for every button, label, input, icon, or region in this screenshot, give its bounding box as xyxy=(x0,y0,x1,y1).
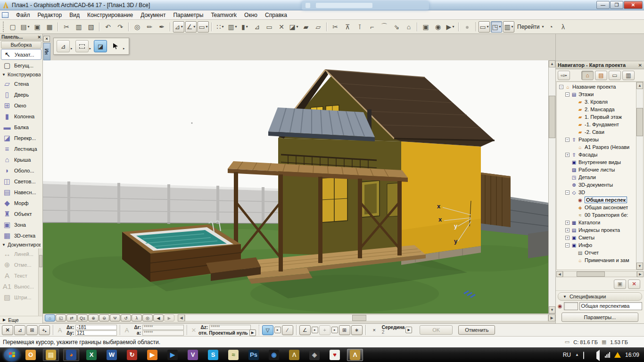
layout-book-icon[interactable]: ▭ xyxy=(609,71,621,80)
toolbox-tool[interactable]: ▤ Навесн... xyxy=(0,187,42,197)
tracker-icon[interactable]: ⊿ xyxy=(14,325,25,335)
angle-snap-icon[interactable]: ∠ xyxy=(299,325,311,335)
menu-item[interactable]: Конструирование xyxy=(83,11,137,19)
taskbar-app[interactable]: Λ xyxy=(347,349,363,361)
info-tab-close-icon[interactable]: ✕ xyxy=(43,36,50,42)
toolbar-button[interactable]: ▣ ▾ xyxy=(420,21,431,33)
toolbar-button[interactable]: ◉ ▾ xyxy=(432,21,444,33)
delete-viewpoint-icon[interactable]: ✕ xyxy=(628,280,640,289)
toolbar-button[interactable]: ▭ ▾ xyxy=(479,21,490,33)
taskbar-app[interactable]: ≈ xyxy=(225,349,241,361)
toolbar-button[interactable]: ∷ ▾ xyxy=(215,21,226,33)
clock[interactable]: 16:09 xyxy=(625,352,639,358)
construction-flyout-icon[interactable]: ▸ xyxy=(331,327,338,333)
toolbar-button[interactable]: ▥ ▾ xyxy=(503,21,514,33)
viewbar-button[interactable]: ⊖ xyxy=(99,314,109,321)
toolbar-drag-handle[interactable] xyxy=(3,22,5,32)
toolbar-button[interactable]: ▾ xyxy=(128,22,129,32)
toolbox-design-section[interactable]: ▼Конструирование xyxy=(0,71,42,78)
taskbar-app[interactable]: X xyxy=(83,349,99,361)
marquee-arrow-tool-icon[interactable]: ⊿ xyxy=(57,40,70,52)
taskbar-app[interactable]: ▶ xyxy=(165,349,181,361)
toolbar-button[interactable]: ▾ xyxy=(475,22,476,32)
viewbar-button[interactable]: ⇄ xyxy=(66,314,77,321)
dr-input[interactable]: ***** xyxy=(142,325,184,330)
ok-button[interactable]: OK xyxy=(420,325,453,335)
menu-item[interactable]: Документ xyxy=(137,11,169,19)
close-tracker-icon[interactable]: ✕ xyxy=(2,325,13,335)
3d-scene[interactable]: x x y y xyxy=(43,60,548,313)
toolbar-button[interactable]: ▭ ▾ xyxy=(264,21,275,33)
toolbar-button[interactable]: ⊿ ▾ xyxy=(173,21,184,33)
navigator-tree-item[interactable]: ◈ Общая аксономет xyxy=(558,204,636,211)
viewport-3d[interactable]: x x y y ▲▼ xyxy=(43,60,555,313)
project-chooser-icon[interactable]: ⇨▸ xyxy=(558,71,570,80)
viewbar-button[interactable]: λ xyxy=(132,314,142,321)
toolbar-button[interactable]: ▣ ▾ xyxy=(32,21,43,33)
dy-input[interactable]: 121 xyxy=(75,330,117,336)
toolbox-tool[interactable]: ▯ Дверь xyxy=(0,89,42,100)
relative-construction-icon[interactable]: + xyxy=(319,325,330,335)
taskbar-app[interactable]: S xyxy=(205,349,221,361)
toolbar-button[interactable]: ✒ ▾ xyxy=(156,21,167,33)
toolbar-button[interactable]: ▰ ▾ xyxy=(300,21,312,33)
menu-item[interactable]: Вид xyxy=(66,11,83,19)
language-indicator[interactable]: RU xyxy=(563,352,571,358)
taskbar-app[interactable]: ◕ xyxy=(63,349,79,361)
tree-expander-icon[interactable]: + xyxy=(565,221,570,225)
toolbar-button[interactable]: Перейти ▾ xyxy=(515,21,545,33)
toolbar-button[interactable]: ⊺ ▾ xyxy=(354,21,365,33)
tree-expander-icon[interactable]: − xyxy=(565,138,570,142)
toolbar-button[interactable]: ▢ ▾ xyxy=(7,21,18,33)
toolbox-tool[interactable]: ◗ Оболо... xyxy=(0,165,42,176)
navigator-tree-item[interactable]: ◳ Детали xyxy=(558,173,636,181)
view-id-field[interactable] xyxy=(564,302,578,310)
toolbar-button[interactable]: ▥ ▾ xyxy=(73,21,84,33)
toolbox-tool[interactable]: ↖ Указат... xyxy=(1,49,41,60)
toolbar-button[interactable]: ▶ ▾ xyxy=(445,21,456,33)
toolbox-tool[interactable]: ▬ Балка xyxy=(0,122,42,132)
navigator-tree-item[interactable]: ▰ 1. Первый этаж xyxy=(558,113,636,121)
toolbar-button[interactable]: ◎ ▾ xyxy=(132,21,143,33)
tree-horizontal-scrollbar[interactable]: ◀▶ xyxy=(556,271,644,277)
navigator-close-icon[interactable]: ✕ xyxy=(638,63,642,68)
toolbar-button[interactable]: ▦ ▾ xyxy=(44,21,55,33)
project-map-icon[interactable]: ⌂ xyxy=(581,71,594,80)
viewport-horizontal-scrollbar[interactable]: ◀▶ xyxy=(178,314,555,321)
toolbar-button[interactable]: ▤ ▾ xyxy=(19,21,31,33)
toolbar-button[interactable]: ✂ ▾ xyxy=(61,21,72,33)
tree-expander-icon[interactable]: + xyxy=(565,153,570,157)
toolbox-more[interactable]: ▶Еще xyxy=(0,316,42,323)
navigator-tree-item[interactable]: + ▤ Индексы проекта xyxy=(558,226,636,234)
toolbar-button[interactable]: ▾ xyxy=(326,22,327,32)
new-viewpoint-icon[interactable]: ▣ xyxy=(614,280,626,289)
viewbar-button[interactable]: ⌂ xyxy=(45,314,55,321)
tray-expand-icon[interactable]: ▲ xyxy=(575,353,579,357)
viewbar-button[interactable]: ◎ xyxy=(142,314,153,321)
view-map-icon[interactable]: ▤ xyxy=(595,71,607,80)
add-coordinate-icon[interactable]: +▸ xyxy=(39,325,50,335)
toolbar-button[interactable]: ▧ ▾ xyxy=(85,21,97,33)
toolbar-button[interactable]: ⌐ ▾ xyxy=(366,21,378,33)
navigator-tree-item[interactable]: + ⇧ Фасады xyxy=(558,151,636,158)
toolbar-button[interactable]: ⊼ ▾ xyxy=(342,21,353,33)
taskbar-app[interactable]: O xyxy=(23,349,39,361)
toolbox-tool[interactable]: ▮ Колонна xyxy=(0,111,42,122)
guide-lines-icon[interactable]: ∕ xyxy=(282,325,293,335)
toolbar-button[interactable]: ✏ ▾ xyxy=(144,21,155,33)
navigator-tree-item[interactable]: ▣ Внутренние виды xyxy=(558,158,636,166)
a-input[interactable]: ***** xyxy=(142,330,184,336)
toolbar-button[interactable]: ▾ xyxy=(99,22,100,32)
toolbar-button[interactable]: λ ▾ xyxy=(558,21,569,33)
grid-snap-icon[interactable]: ⊞ xyxy=(26,325,38,335)
tree-expander-icon[interactable]: − xyxy=(559,85,563,89)
toolbox-tool[interactable]: ⊞ Окно xyxy=(0,100,42,111)
toolbar-button[interactable]: ▮ ▾ xyxy=(239,21,250,33)
toolbar-button[interactable]: ↷ ▾ xyxy=(115,21,126,33)
toolbox-tool[interactable]: ≡ Лестница xyxy=(0,143,42,154)
navigator-tree-item[interactable]: ⊕ 3D-документы xyxy=(558,181,636,189)
parameters-button[interactable]: Параметры... xyxy=(561,313,638,322)
toolbox-tool[interactable]: ▱ Стена xyxy=(0,78,42,89)
menu-item[interactable]: Справка xyxy=(261,11,291,19)
toolbar-button[interactable]: ▾ xyxy=(417,22,418,32)
